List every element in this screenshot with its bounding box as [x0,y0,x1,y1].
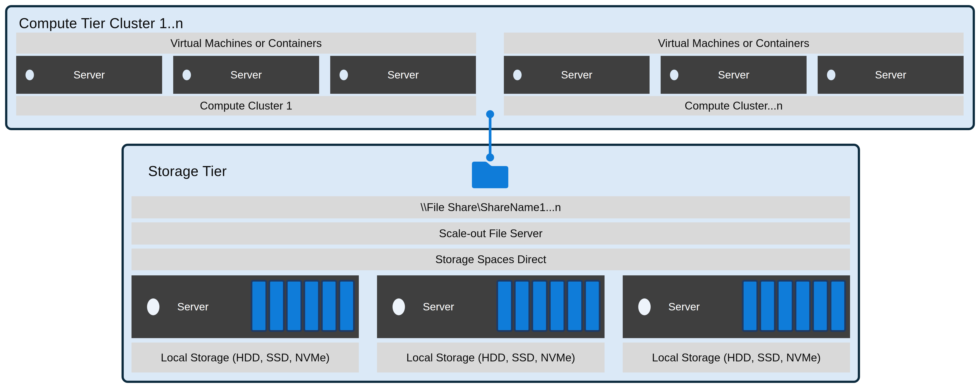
compute-cluster-n: Virtual Machines or Containers Server Se… [504,33,964,116]
cluster-label-bar: Compute Cluster...n [504,96,964,116]
local-storage-bar: Local Storage (HDD, SSD, NVMe) [132,343,359,372]
connector-line [489,114,492,157]
disk-stack [251,280,355,332]
connector-dot-bottom [486,153,494,161]
server-box: Server [818,56,964,94]
servers-row: Server Server Server [504,56,964,94]
vm-containers-bar: Virtual Machines or Containers [16,33,476,54]
storage-node: Server Local Storage (HDD, SSD, NVMe) [377,275,605,372]
server-label: Server [561,69,592,81]
disk-icon [830,280,846,332]
power-led-icon [670,70,678,80]
disk-icon [584,280,601,332]
storage-node: Server Local Storage (HDD, SSD, NVMe) [132,275,359,372]
file-share-bar: \\File Share\ShareName1...n [132,196,850,218]
local-storage-bar: Local Storage (HDD, SSD, NVMe) [377,343,605,372]
server-box: Server [16,56,162,94]
storage-node: Server Local Storage (HDD, SSD, NVMe) [623,275,850,372]
server-label: Server [73,69,105,81]
disk-icon [514,280,530,332]
server-label: Server [387,69,419,81]
disk-icon [303,280,320,332]
server-box: Server [504,56,650,94]
storage-spaces-direct-bar: Storage Spaces Direct [132,248,850,270]
server-box: Server [330,56,476,94]
power-led-icon [25,70,34,80]
server-label: Server [875,69,906,81]
disk-icon [339,280,355,332]
storage-server-box: Server [623,275,850,338]
server-box: Server [173,56,319,94]
power-led-icon [339,70,348,80]
vm-containers-bar: Virtual Machines or Containers [504,33,964,54]
connector-dot-top [486,110,494,118]
storage-server-box: Server [132,275,359,338]
power-led-icon [827,70,835,80]
disk-icon [268,280,285,332]
server-box: Server [661,56,807,94]
server-label: Server [623,275,746,338]
server-label: Server [132,275,255,338]
disk-icon [251,280,267,332]
diagram-canvas: Compute Tier Cluster 1..n Virtual Machin… [0,0,980,388]
disk-icon [286,280,302,332]
disk-icon [777,280,793,332]
disk-stack [742,280,846,332]
compute-cluster-1: Virtual Machines or Containers Server Se… [16,33,476,116]
scale-out-file-server-bar: Scale-out File Server [132,223,850,245]
disk-icon [321,280,337,332]
storage-nodes-row: Server Local Storage (HDD, SSD, NVMe) Se… [132,275,850,372]
cluster-label-bar: Compute Cluster 1 [16,96,476,116]
disk-icon [742,280,758,332]
servers-row: Server Server Server [16,56,476,94]
power-led-icon [513,70,522,80]
disk-icon [549,280,565,332]
server-label: Server [377,275,500,338]
storage-tier-title: Storage Tier [148,164,227,178]
disk-icon [531,280,548,332]
clusters-row: Virtual Machines or Containers Server Se… [16,33,964,116]
compute-tier-title: Compute Tier Cluster 1..n [19,16,183,30]
server-label: Server [231,69,262,81]
server-label: Server [718,69,749,81]
power-led-icon [183,70,191,80]
local-storage-bar: Local Storage (HDD, SSD, NVMe) [623,343,850,372]
disk-icon [759,280,776,332]
disk-icon [812,280,829,332]
disk-stack [496,280,601,332]
disk-icon [795,280,811,332]
disk-icon [496,280,513,332]
storage-server-box: Server [377,275,605,338]
disk-icon [566,280,583,332]
folder-icon [472,160,508,188]
